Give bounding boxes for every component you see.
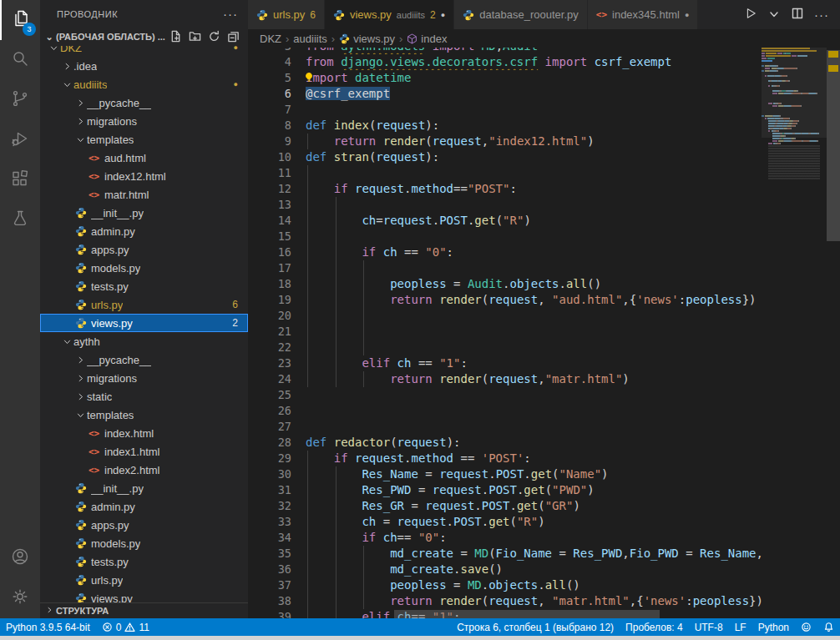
editor-more-actions[interactable]: ··· [814, 8, 829, 22]
status-indentation[interactable]: Пробелов: 4 [620, 618, 689, 636]
tree-file-views.py[interactable]: views.py2 [40, 314, 248, 332]
tree-folder-DKZ[interactable]: DKZ● [40, 46, 248, 57]
code-line[interactable]: 10def stran(request): [248, 149, 762, 165]
code-line[interactable]: 11 [248, 165, 762, 181]
code-line[interactable]: 31 Res_PWD = request.POST.get("PWD") [248, 482, 762, 498]
tree-folder-aythh[interactable]: aythh [40, 332, 248, 350]
tab-database_roouter.py[interactable]: database_roouter.py [454, 0, 588, 29]
status-language-mode[interactable]: Python [752, 618, 795, 636]
code-line[interactable]: 16 if ch == "0": [248, 244, 762, 260]
code-line[interactable]: 20 [248, 308, 762, 324]
tree-file-__init__.py[interactable]: __init__.py [40, 479, 248, 497]
minimap[interactable] [762, 48, 827, 618]
status-feedback[interactable] [795, 618, 817, 636]
code-line[interactable]: 17 [248, 260, 762, 276]
activity-bar-item-explorer[interactable]: 3 [0, 0, 40, 40]
vertical-scrollbar[interactable] [827, 48, 840, 618]
dirty-indicator[interactable]: ● [441, 11, 445, 19]
code-line[interactable]: 22 [248, 340, 762, 355]
code-line[interactable]: 38 return render(request, "matr.html",{'… [248, 593, 762, 609]
code-line[interactable]: 33 ch = request.POST.get("R") [248, 514, 762, 530]
activity-bar-item-search[interactable] [0, 40, 40, 80]
code-line[interactable]: 24 return render(request,"matr.html") [248, 371, 762, 387]
code-line[interactable]: 28def redactor(request): [248, 435, 762, 451]
code-line[interactable]: 37 peopless = MD.objects.all() [248, 577, 762, 593]
code-line[interactable]: 36 md_create.save() [248, 562, 762, 577]
code-line[interactable]: 13 [248, 197, 762, 213]
code-line[interactable]: 26 [248, 403, 762, 419]
chevron-down-icon[interactable] [767, 7, 781, 23]
code-line[interactable]: 35 md_create = MD(Fio_Name = Res_PWD,Fio… [248, 546, 762, 562]
collapse-all-icon[interactable] [227, 30, 240, 44]
breadcrumb-item-index[interactable]: index [407, 33, 447, 45]
tree-folder-migrations[interactable]: migrations [40, 369, 248, 387]
code-line[interactable]: 30 Res_Name = request.POST.get("Name") [248, 466, 762, 482]
tree-file-matr.html[interactable]: <>matr.html [40, 185, 248, 204]
code-line[interactable]: 5import datetime [248, 70, 762, 86]
code-line[interactable]: 7 [248, 102, 762, 118]
code-line[interactable]: 14 ch=request.POST.get("R") [248, 213, 762, 229]
tree-folder-static[interactable]: static [40, 387, 248, 406]
tree-folder-templates[interactable]: templates [40, 406, 248, 424]
workspace-section-header[interactable]: ⌄ (РАБОЧАЯ ОБЛАСТЬ) ... [40, 28, 248, 46]
breadcrumb-item-audiiits[interactable]: audiiits [293, 33, 326, 45]
activity-bar-item-settings[interactable] [0, 578, 40, 618]
tree-file-index12.html[interactable]: <>index12.html [40, 167, 248, 185]
activity-bar-item-extensions[interactable] [0, 160, 40, 200]
activity-bar-item-source-control[interactable] [0, 80, 40, 120]
new-file-icon[interactable] [170, 30, 182, 44]
outline-section-header[interactable]: СТРУКТУРА [40, 602, 248, 618]
tree-folder-templates[interactable]: templates [40, 130, 248, 149]
code-line[interactable]: 34 if ch== "0": [248, 530, 762, 546]
tree-folder-__pycache__[interactable]: __pycache__ [40, 93, 248, 112]
breadcrumb-item-DKZ[interactable]: DKZ [260, 33, 281, 45]
tree-file-admin.py[interactable]: admin.py [40, 222, 248, 240]
tree-file-admin.py[interactable]: admin.py [40, 497, 248, 516]
code-line[interactable]: 6@csrf_exempt [248, 86, 762, 102]
code-line[interactable]: 19 return render(request, "aud.html",{'n… [248, 292, 762, 308]
code-line[interactable]: 3from aythh.models import MD,Audit [248, 48, 762, 54]
code-line[interactable]: 18 peopless = Audit.objects.all() [248, 276, 762, 292]
activity-bar-item-run-debug[interactable] [0, 120, 40, 160]
scrollbar-thumb[interactable] [827, 50, 840, 241]
code-line[interactable]: 27 [248, 419, 762, 435]
tree-file-index1.html[interactable]: <>index1.html [40, 442, 248, 461]
tree-file-urls.py[interactable]: urls.py [40, 571, 248, 589]
tree-file-index.html[interactable]: <>index.html [40, 424, 248, 442]
tree-folder-audiiits[interactable]: audiiits● [40, 75, 248, 93]
tree-file-apps.py[interactable]: apps.py [40, 240, 248, 259]
code-editor[interactable]: 3from aythh.models import MD,Audit4from … [248, 48, 840, 618]
code-line[interactable]: 25 [248, 387, 762, 403]
tree-file-apps.py[interactable]: apps.py [40, 516, 248, 534]
status-notifications[interactable] [817, 618, 840, 636]
tree-file-models.py[interactable]: models.py [40, 259, 248, 277]
breadcrumb-item-views.py[interactable]: views.py [339, 33, 395, 45]
tab-index345.html[interactable]: <>index345.html● [588, 0, 699, 29]
explorer-more-actions[interactable]: ··· [223, 7, 238, 21]
new-folder-icon[interactable] [189, 30, 201, 44]
lightbulb-icon[interactable] [306, 72, 315, 83]
tree-folder-.idea[interactable]: .idea [40, 57, 248, 75]
status-encoding[interactable]: UTF-8 [689, 618, 729, 636]
code-line[interactable]: 15 [248, 229, 762, 244]
dirty-indicator[interactable]: ● [685, 11, 689, 19]
code-line[interactable]: 8def index(request): [248, 118, 762, 134]
code-line[interactable]: 12 if request.method=="POST": [248, 181, 762, 197]
tab-urls.py[interactable]: urls.py6 [248, 0, 325, 29]
tree-file-views.py[interactable]: views.py [40, 589, 248, 602]
activity-bar-item-testing[interactable] [0, 200, 40, 240]
code-line[interactable]: 4from django.views.decorators.csrf impor… [248, 54, 762, 70]
tree-folder-__pycache__[interactable]: __pycache__ [40, 350, 248, 369]
run-icon[interactable] [744, 7, 757, 23]
status-python-interpreter[interactable]: Python 3.9.5 64-bit [0, 618, 96, 636]
refresh-icon[interactable] [208, 30, 220, 44]
tree-file-tests.py[interactable]: tests.py [40, 552, 248, 571]
tree-file-models.py[interactable]: models.py [40, 534, 248, 552]
code-line[interactable]: 32 Res_GR = request.POST.get("GR") [248, 498, 762, 514]
code-line[interactable]: 23 elif ch == "1": [248, 355, 762, 371]
tree-file-tests.py[interactable]: tests.py [40, 277, 248, 295]
split-editor-icon[interactable] [791, 7, 804, 23]
tree-file-index2.html[interactable]: <>index2.html [40, 461, 248, 479]
horizontal-scrollbar[interactable] [394, 610, 660, 618]
tree-file-aud.html[interactable]: <>aud.html [40, 149, 248, 167]
